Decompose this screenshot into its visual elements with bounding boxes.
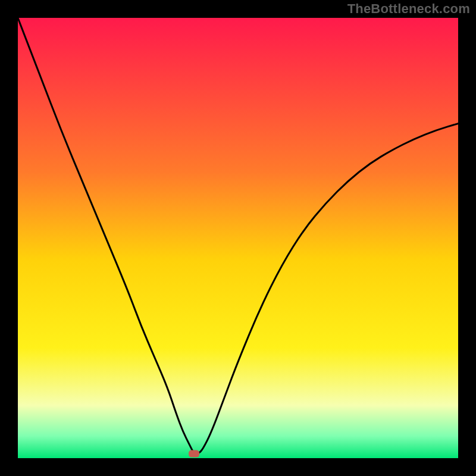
chart-frame: TheBottleneck.com bbox=[0, 0, 476, 476]
plot-area bbox=[18, 18, 458, 458]
bottleneck-chart bbox=[18, 18, 458, 458]
chart-background bbox=[18, 18, 458, 458]
bottleneck-marker bbox=[189, 450, 199, 458]
watermark-text: TheBottleneck.com bbox=[347, 1, 470, 17]
